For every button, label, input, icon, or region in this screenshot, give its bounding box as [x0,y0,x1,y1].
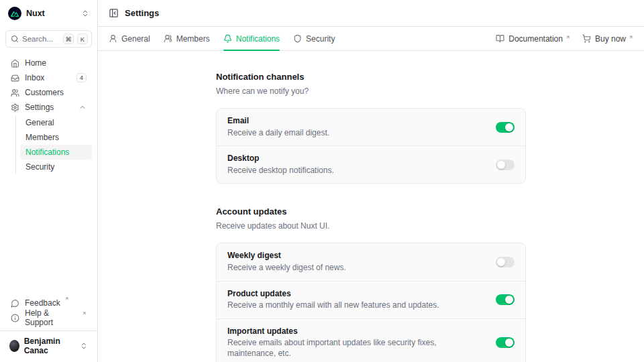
sidebar-item-help-support[interactable]: Help & Support [5,310,92,325]
chevron-up-icon [78,103,87,111]
header-actions: Documentation Buy now [496,34,633,44]
tab-general[interactable]: General [109,27,150,50]
user-name: Benjamin Canac [24,337,75,355]
tab-security[interactable]: Security [293,27,335,50]
kbd-command: ⌘ [63,34,74,44]
sidebar-item-label: Inbox [25,73,44,82]
desktop-toggle[interactable] [496,160,515,170]
documentation-link[interactable]: Documentation [496,34,570,44]
settings-card: Email Receive a daily email digest. Desk… [216,108,526,184]
users-icon [164,34,172,43]
setting-label: Email [227,116,329,127]
setting-description: Receive a daily email digest. [227,128,329,139]
section-notification-channels: Notification channels Where can we notif… [216,72,526,184]
sidebar-item-settings-notifications[interactable]: Notifications [20,145,92,160]
setting-row-desktop: Desktop Receive desktop notifications. [217,145,525,183]
page-title: Settings [125,8,159,18]
book-icon [496,34,504,43]
chevrons-up-down-icon [81,9,89,17]
workspace-switcher[interactable]: Nuxt [5,0,92,25]
tab-label: Notifications [236,34,280,44]
setting-description: Receive a weekly digest of news. [227,263,346,274]
external-link-icon [629,35,633,40]
setting-row-product-updates: Product updates Receive a monthly email … [217,281,525,318]
inbox-count-badge: 4 [76,73,87,82]
sidebar-item-settings-general[interactable]: General [20,115,92,130]
section-description: Where can we notify you? [216,86,526,97]
search-input[interactable] [22,35,60,43]
section-description: Receive updates about Nuxt UI. [216,221,526,231]
sidebar-item-label: Feedback [25,298,60,308]
nuxt-logo-icon [8,7,21,20]
section-title: Notification channels [216,72,526,82]
cart-icon [582,34,591,43]
inbox-icon [11,74,19,82]
settings-tabs: General Members Notifications Security D… [98,27,644,51]
tab-label: Security [306,34,335,44]
setting-description: Receive a monthly email with all new fea… [227,300,439,311]
toggle-knob [497,258,505,266]
buy-now-link[interactable]: Buy now [582,34,633,44]
toggle-knob [505,123,513,131]
message-icon [11,299,19,308]
sidebar-item-label: Settings [25,103,54,112]
home-icon [11,59,19,68]
setting-row-email: Email Receive a daily email digest. [217,109,525,145]
page-header: Settings [98,0,644,27]
sidebar-item-label: Security [25,162,54,172]
action-label: Buy now [595,34,626,44]
workspace-name: Nuxt [26,9,45,18]
sidebar-item-label: Members [25,133,59,142]
tab-members[interactable]: Members [164,27,210,50]
sidebar-item-label: Home [25,58,46,68]
sidebar-nav: Home Inbox 4 Customers Settings [5,56,92,115]
sidebar-item-settings[interactable]: Settings [5,100,92,115]
external-link-icon [566,35,570,40]
shield-icon [293,34,302,43]
sidebar: Nuxt ⌘ K Home Inbox 4 Customers Settings… [0,0,98,362]
sidebar-item-customers[interactable]: Customers [5,85,92,100]
settings-card: Weekly digest Receive a weekly digest of… [216,243,526,362]
setting-description: Receive desktop notifications. [227,166,334,176]
setting-label: Weekly digest [227,251,346,261]
users-icon [11,88,19,97]
action-label: Documentation [508,34,563,44]
external-link-icon [64,296,69,301]
sidebar-item-inbox[interactable]: Inbox 4 [5,70,92,85]
toggle-knob [505,296,513,304]
tab-label: Members [176,34,210,44]
kbd-k: K [77,34,88,44]
setting-label: Desktop [227,154,334,164]
chevrons-up-down-icon [80,342,88,350]
email-toggle[interactable] [496,122,515,133]
setting-row-important-updates: Important updates Receive emails about i… [217,318,525,362]
settings-subnav: General Members Notifications Security [15,115,92,174]
sidebar-item-label: Notifications [25,147,69,157]
sidebar-item-home[interactable]: Home [5,56,92,70]
setting-description: Receive emails about important updates l… [227,338,485,359]
sidebar-item-label: General [25,118,54,127]
user-menu[interactable]: Benjamin Canac [5,331,92,362]
search-field[interactable]: ⌘ K [5,30,92,48]
sidebar-item-label: Help & Support [25,308,78,327]
avatar [9,340,19,352]
toggle-knob [497,161,505,169]
settings-content: Notification channels Where can we notif… [98,51,644,362]
tab-label: General [121,34,150,44]
section-account-updates: Account updates Receive updates about Nu… [216,206,526,362]
sidebar-item-settings-security[interactable]: Security [20,160,92,174]
info-icon [11,314,19,322]
external-link-icon [82,311,87,316]
tab-notifications[interactable]: Notifications [223,27,280,50]
search-icon [11,35,19,43]
sidebar-footer-nav: Feedback Help & Support [5,296,92,325]
setting-row-weekly-digest: Weekly digest Receive a weekly digest of… [217,243,525,280]
bell-icon [223,34,232,43]
product-updates-toggle[interactable] [496,294,515,305]
important-updates-toggle[interactable] [496,337,515,348]
sidebar-item-settings-members[interactable]: Members [20,130,92,145]
sidebar-item-label: Customers [25,88,64,97]
section-title: Account updates [216,206,526,217]
collapse-sidebar-icon[interactable] [109,8,119,18]
weekly-digest-toggle[interactable] [496,257,515,267]
